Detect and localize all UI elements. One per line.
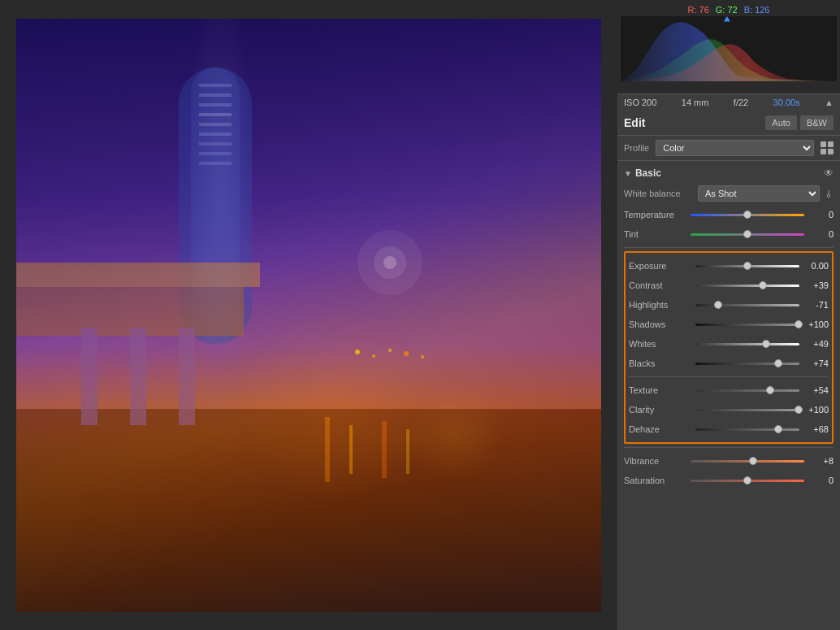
svg-rect-11 <box>199 152 232 155</box>
white-balance-row: White balance As Shot Auto Daylight Clou… <box>624 182 834 205</box>
shadows-row: Shadows +100 <box>629 315 829 334</box>
auto-button[interactable]: Auto <box>765 115 797 130</box>
svg-rect-5 <box>199 93 232 97</box>
temperature-value: 0 <box>808 210 834 219</box>
histogram-rgb: R: 76 G: 72 B: 126 <box>621 3 837 16</box>
clarity-slider[interactable] <box>695 402 799 417</box>
iso-value: ISO 200 <box>624 98 656 107</box>
tint-slider[interactable] <box>691 227 804 241</box>
svg-rect-17 <box>179 328 195 425</box>
shutter-speed: 30.00s <box>773 98 800 107</box>
histogram-g: G: 72 <box>716 5 738 15</box>
highlights-value: -71 <box>803 300 829 310</box>
orange-border-section: Exposure 0.00 Contrast <box>624 251 834 444</box>
divider-1 <box>624 247 834 248</box>
svg-rect-7 <box>199 113 232 116</box>
divider-3 <box>624 447 834 448</box>
edit-title: Edit <box>624 116 645 129</box>
dehaze-value: +68 <box>803 424 829 434</box>
exposure-row: Exposure 0.00 <box>629 256 829 276</box>
wb-select[interactable]: As Shot Auto Daylight Cloudy Custom <box>698 185 820 202</box>
contrast-row: Contrast +39 <box>629 276 829 295</box>
exposure-label: Exposure <box>629 261 692 271</box>
saturation-value: 0 <box>808 476 834 485</box>
basic-section: ▼ Basic 👁 White balance As Shot Auto Day… <box>617 161 840 493</box>
whites-value: +49 <box>803 339 829 349</box>
tint-value: 0 <box>808 229 834 239</box>
focal-length: 14 mm <box>682 98 709 107</box>
whites-label: Whites <box>629 339 692 349</box>
texture-value: +54 <box>803 385 829 395</box>
shadows-slider[interactable] <box>695 317 799 332</box>
histogram-b: B: 126 <box>744 5 770 15</box>
dehaze-slider[interactable] <box>695 422 799 437</box>
contrast-slider[interactable] <box>695 278 799 293</box>
saturation-label: Saturation <box>624 476 687 485</box>
svg-point-19 <box>372 354 375 358</box>
svg-rect-12 <box>199 162 232 165</box>
main-image <box>16 19 601 612</box>
exposure-slider[interactable] <box>695 259 799 273</box>
svg-point-25 <box>383 256 396 269</box>
clarity-label: Clarity <box>629 405 692 415</box>
texture-row: Texture +54 <box>629 380 829 400</box>
dehaze-label: Dehaze <box>629 424 692 434</box>
basic-section-header[interactable]: ▼ Basic 👁 <box>624 164 834 182</box>
saturation-slider[interactable] <box>691 473 804 488</box>
svg-rect-28 <box>382 421 387 478</box>
temperature-slider[interactable] <box>691 207 804 222</box>
eyedropper-button[interactable]: ⫰ <box>825 187 834 200</box>
svg-rect-10 <box>199 142 232 146</box>
svg-rect-13 <box>16 263 260 287</box>
temperature-row: Temperature 0 <box>624 205 834 224</box>
bw-button[interactable]: B&W <box>800 115 834 130</box>
histogram-canvas <box>621 16 837 81</box>
contrast-label: Contrast <box>629 280 692 290</box>
svg-rect-4 <box>199 84 232 87</box>
basic-section-title: ▼ Basic <box>624 167 661 179</box>
basic-eye-icon[interactable]: 👁 <box>824 167 834 179</box>
profile-grid-icon[interactable] <box>821 141 834 154</box>
aperture-value: f/22 <box>734 98 748 107</box>
vibrance-slider[interactable] <box>691 454 804 468</box>
right-panel: R: 76 G: 72 B: 126 <box>617 0 840 630</box>
contrast-value: +39 <box>803 280 829 290</box>
highlights-slider[interactable] <box>695 298 799 312</box>
svg-rect-26 <box>325 417 330 482</box>
exposure-value: 0.00 <box>803 261 829 271</box>
svg-rect-16 <box>130 328 146 425</box>
saturation-row: Saturation 0 <box>624 471 834 490</box>
edit-buttons: Auto B&W <box>765 115 834 130</box>
highlights-row: Highlights -71 <box>629 295 829 315</box>
svg-rect-8 <box>199 123 232 126</box>
svg-rect-1 <box>16 409 601 612</box>
whites-slider[interactable] <box>695 337 799 351</box>
camera-info-bar: ISO 200 14 mm f/22 30.00s ▲ <box>617 93 840 111</box>
shadows-label: Shadows <box>629 319 692 329</box>
svg-rect-27 <box>349 425 353 474</box>
clarity-row: Clarity +100 <box>629 400 829 419</box>
profile-select[interactable]: Color B&W Portrait Landscape <box>656 140 814 156</box>
edit-header: Edit Auto B&W <box>617 111 840 136</box>
scroll-area[interactable]: ▼ Basic 👁 White balance As Shot Auto Day… <box>617 161 840 630</box>
texture-slider[interactable] <box>695 383 799 398</box>
shadows-value: +100 <box>803 319 829 329</box>
histogram-r: R: 76 <box>687 5 708 15</box>
texture-label: Texture <box>629 385 692 395</box>
image-panel <box>0 0 617 630</box>
collapse-arrow-top: ▲ <box>825 98 834 107</box>
histogram-area: R: 76 G: 72 B: 126 <box>617 0 840 93</box>
blacks-slider[interactable] <box>695 356 799 371</box>
svg-point-21 <box>404 351 409 356</box>
highlights-label: Highlights <box>629 300 692 310</box>
basic-label: Basic <box>635 167 661 179</box>
svg-rect-9 <box>199 133 232 136</box>
basic-chevron: ▼ <box>624 169 632 178</box>
wb-label: White balance <box>624 189 693 198</box>
clarity-value: +100 <box>803 405 829 415</box>
tint-row: Tint 0 <box>624 224 834 244</box>
vibrance-label: Vibrance <box>624 456 687 466</box>
svg-point-22 <box>421 355 424 358</box>
svg-rect-15 <box>81 328 97 425</box>
vibrance-value: +8 <box>808 456 834 466</box>
